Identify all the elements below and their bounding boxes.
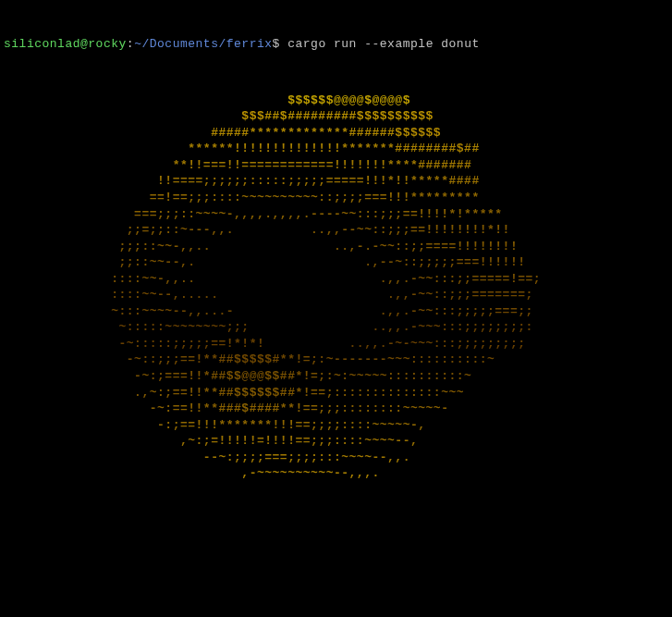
ascii-line: ******!!!!!!!!!!!!!!*******########$## (4, 141, 668, 157)
ascii-line: ;;;::~~-,,.. ..,-.-~~::;;====!!!!!!!! (4, 239, 668, 255)
ascii-line: **!!===!!============!!!!!!!****####### (4, 157, 668, 174)
ascii-line: ~:::::~~~~~~~~;;; ..,,.-~~~:::;;;;;;;;: (4, 319, 668, 336)
ascii-line: ::::~~--,..... .,,-~~::;;;=======; (4, 287, 668, 303)
ascii-line: -~:;===!!*##$$@@@$$##*!=;:~:~~~~~:::::::… (4, 368, 668, 385)
ascii-line: $$$##$#########$$$$$$$$$$ (4, 108, 668, 125)
prompt-path: ~/Documents/ferrix (134, 37, 272, 51)
ascii-line: !!====;;;;;;:::::;;;;;=====!!!*!!*****##… (4, 173, 668, 190)
prompt-line[interactable]: siliconlad@rocky:~/Documents/ferrix$ car… (4, 36, 668, 53)
ascii-line: ,-~~~~~~~~~~--,,,. (4, 465, 668, 482)
ascii-line: ::::~~-,,.. .,,.-~~:::;;=====!==; (4, 271, 668, 288)
ascii-line: -~::;;;==!**##$$$$$#**!=;:~-------~~~:::… (4, 352, 668, 368)
ascii-line: ~:::~~~~--,,...- .,,.-~~:::;;;;;===;; (4, 303, 668, 320)
prompt-user-host: siliconlad@rocky (4, 37, 127, 51)
ascii-line: -:;==!!!*******!!!==;;;;::::~~~~~-, (4, 417, 668, 434)
ascii-line: -~:::::;;;;;==!*!*! ..,,.-~-~~~:::;;;;;;… (4, 336, 668, 352)
ascii-line: .,~:;==!!**##$$$$$$##*!==;::::::::::::::… (4, 385, 668, 401)
prompt-sigil: $ (273, 37, 280, 51)
ascii-line: ==!==;;;::::~~~~~~~~~~::;;;;===!!!******… (4, 190, 668, 206)
prompt-separator: : (127, 37, 134, 51)
ascii-line: $$$$$$@@@@$@@@@$ (4, 93, 668, 109)
donut-ascii-art: $$$$$$@@@@$@@@@$ $$$##$#########$$$$$$$$… (4, 93, 668, 482)
terminal-output: siliconlad@rocky:~/Documents/ferrix$ car… (4, 4, 668, 498)
ascii-line: ,~:;=!!!!!=!!!!==;;;::::~~~~--, (4, 433, 668, 450)
ascii-line: -~:==!!**###$####**!==;;;::::::::~~~~~- (4, 401, 668, 417)
ascii-line: ;;::~~--,. .,--~::;;;;;===!!!!!! (4, 254, 668, 271)
ascii-line: --~:;;;;===;;;;:::~~~~--,,. (4, 450, 668, 466)
ascii-line: ;;=;;::~---,,. ..,,--~~::;;;==!!!!!!!!*!… (4, 222, 668, 239)
ascii-line: ===;;;::~~~~-,,,,.,,,,.----~~:::;;;==!!!… (4, 206, 668, 223)
ascii-line: #####*************######$$$$$$ (4, 125, 668, 142)
prompt-command: cargo run --example donut (287, 37, 480, 51)
